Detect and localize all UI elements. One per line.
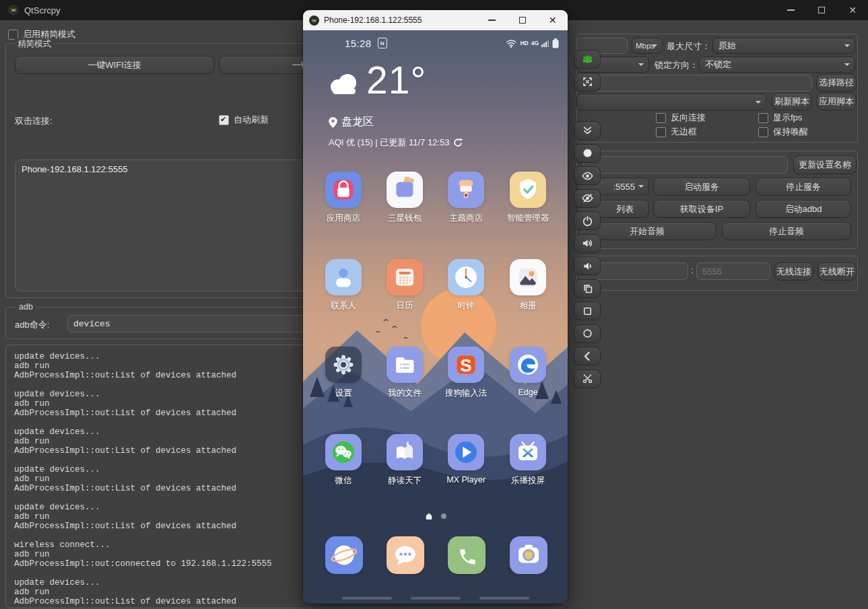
home-page-icon[interactable] [425, 512, 433, 520]
stop-audio-button[interactable]: 停止音频 [722, 222, 851, 240]
weather-aqi-text: AQI 优 (15) | 已更新 11/7 12:53 [329, 137, 449, 149]
hide-screen-button[interactable] [574, 189, 601, 208]
phone-close-button[interactable]: ✕ [537, 10, 568, 30]
app-my-files[interactable]: 我的文件 [387, 347, 423, 383]
app-app-store[interactable]: 应用商店 [325, 172, 362, 208]
dock-app-camera[interactable] [510, 536, 546, 574]
app-gallery[interactable]: 相册 [510, 259, 546, 295]
choose-path-button[interactable]: 选择路径 [816, 74, 857, 92]
main-close-button[interactable]: ✕ [837, 0, 868, 20]
volume-down-button[interactable] [574, 256, 601, 275]
phone-call-icon [448, 536, 486, 574]
phone-window-controls: ✕ [477, 10, 568, 30]
refresh-icon[interactable] [453, 138, 463, 147]
app-theme-store[interactable]: 主题商店 [448, 172, 484, 208]
group-control-button[interactable] [574, 50, 601, 69]
wireless-connect-button[interactable]: 无线连接 [774, 262, 813, 281]
app-contacts[interactable]: 联系人 [325, 259, 362, 295]
start-adbd-button[interactable]: 启动adbd [756, 200, 851, 218]
main-minimize-button[interactable] [775, 0, 806, 20]
home-hint-bar[interactable] [411, 597, 461, 600]
page-dot-icon[interactable] [441, 513, 446, 519]
apply-script-button[interactable]: 应用脚本 [816, 93, 857, 110]
app-settings[interactable]: 设置 [325, 347, 362, 383]
config-name-input[interactable] [583, 156, 788, 174]
script-combo[interactable] [576, 94, 766, 110]
dock-app-samsung-internet[interactable] [325, 536, 362, 574]
simple-mode-group-label: 精简模式 [15, 38, 54, 50]
app-wechat[interactable]: 微信 [325, 434, 362, 470]
location-pin-icon [329, 117, 337, 128]
weather-location-row[interactable]: 盘龙区 [329, 115, 374, 129]
auto-refresh-checkbox[interactable]: 自动刷新 [219, 114, 269, 126]
app-mx-player[interactable]: MX Player [448, 434, 484, 470]
home-button[interactable] [574, 324, 601, 343]
back-button[interactable] [574, 347, 601, 365]
weather-widget[interactable]: 21° [327, 61, 426, 100]
app-label: 应用商店 [327, 213, 360, 224]
app-label: 我的文件 [388, 388, 422, 399]
checkbox-box [656, 127, 666, 137]
refresh-script-button[interactable]: 刷新脚本 [772, 93, 812, 110]
frameless-checkbox[interactable]: 无边框 [656, 126, 697, 138]
nfc-icon: N [378, 38, 387, 48]
bitrate-unit-combo[interactable]: Mbps [632, 38, 663, 54]
reverse-connect-checkbox[interactable]: 反向连接 [656, 112, 706, 124]
volume-up-button[interactable] [574, 234, 601, 253]
start-service-button[interactable]: 启动服务 [653, 178, 750, 196]
expand-notification-button[interactable] [574, 121, 601, 140]
phone-screen[interactable]: 15:28 N HD 4G [303, 30, 568, 604]
lock-orientation-combo[interactable]: 不锁定 [699, 57, 855, 73]
show-screen-button[interactable] [574, 166, 601, 185]
checkbox-box [656, 113, 666, 123]
app-moon-reader[interactable]: 静读天下 [387, 434, 423, 470]
wifi-connect-button[interactable]: 一键WIFI连接 [15, 56, 214, 74]
screenshot-button[interactable] [574, 369, 601, 388]
app-calendar[interactable]: 日历 [387, 259, 423, 295]
recents-hint-bar[interactable] [342, 597, 392, 600]
checkbox-box [758, 113, 768, 123]
max-size-combo[interactable]: 原始 [712, 38, 855, 54]
menu-button[interactable] [574, 301, 601, 320]
app-edge[interactable]: Edge [510, 347, 546, 383]
record-path-input[interactable] [576, 75, 812, 92]
auto-refresh-label: 自动刷新 [234, 114, 269, 126]
cloud-icon [327, 72, 361, 95]
update-config-name-button[interactable]: 更新设置名称 [793, 155, 857, 174]
page-indicator [303, 512, 568, 520]
phone-minimize-button[interactable] [477, 10, 507, 30]
phone-titlebar[interactable]: Phone-192.168.1.122:5555 ✕ [303, 10, 568, 30]
settings-icon [325, 347, 362, 383]
app-sogou-input[interactable]: S搜狗输入法 [448, 347, 484, 383]
weather-aqi-row: AQI 优 (15) | 已更新 11/7 12:53 [329, 137, 463, 149]
back-hint-bar[interactable] [479, 597, 529, 600]
signal-icon [541, 39, 549, 47]
fullscreen-icon [581, 75, 594, 88]
touch-button[interactable] [574, 144, 601, 163]
phone-maximize-button[interactable] [507, 10, 537, 30]
calendar-icon [387, 259, 423, 295]
app-switch-button[interactable] [574, 279, 601, 298]
show-fps-checkbox[interactable]: 显示fps [758, 112, 802, 124]
dock-app-messages[interactable] [387, 536, 423, 574]
dock-app-phone-call[interactable] [448, 536, 484, 574]
app-samsung-wallet[interactable]: 三星钱包 [387, 172, 423, 208]
app-lebo-cast[interactable]: 乐播投屏 [510, 434, 546, 470]
stop-service-button[interactable]: 停止服务 [756, 178, 851, 196]
wireless-port-input[interactable] [696, 262, 770, 280]
messages-icon [387, 536, 424, 574]
wireless-disconnect-button[interactable]: 无线断开 [817, 262, 857, 281]
checkbox-box [219, 115, 229, 125]
app-clock[interactable]: 时钟 [448, 259, 484, 295]
smart-manager-icon [510, 172, 546, 208]
get-device-ip-button[interactable]: 获取设备IP [653, 200, 750, 218]
app-smart-manager[interactable]: 智能管理器 [510, 172, 546, 208]
power-button[interactable] [574, 211, 601, 230]
hd-indicator: HD [520, 40, 528, 46]
app-store-icon [325, 172, 362, 208]
clock-icon [448, 259, 484, 295]
keep-awake-checkbox[interactable]: 保持唤醒 [758, 126, 808, 138]
fullscreen-button[interactable] [574, 73, 601, 92]
main-maximize-button[interactable] [806, 0, 837, 20]
app-label: 时钟 [458, 300, 475, 312]
